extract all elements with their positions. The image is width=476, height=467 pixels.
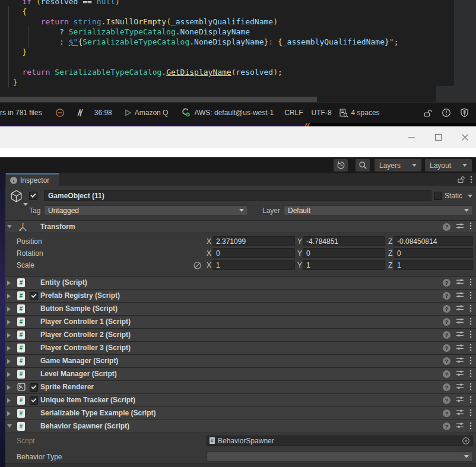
kebab-menu-icon[interactable] [469,278,472,288]
component-header[interactable]: # Unique Item Tracker (Script) ? [5,394,476,407]
help-icon[interactable]: ? [443,223,450,231]
presets-icon[interactable] [456,304,464,314]
undo-history-button[interactable] [334,159,348,171]
component-header[interactable]: Sprite Renderer ? [5,381,476,394]
close-button[interactable] [459,132,470,142]
foldout-triangle-icon[interactable] [7,346,11,351]
help-icon[interactable]: ? [443,305,450,313]
foldout-triangle-icon[interactable] [7,411,11,416]
axis-input-x[interactable]: 1 [212,260,295,270]
help-icon[interactable]: ? [443,422,450,430]
axis-input-z[interactable]: 1 [394,260,473,270]
presets-icon[interactable] [456,421,464,431]
component-header[interactable]: # Game Manager (Script) ? [5,355,476,368]
encoding-indicator[interactable]: UTF-8 [312,109,332,117]
component-header[interactable]: # Entity (Script) ? [5,276,476,290]
help-icon[interactable]: ? [443,318,450,326]
component-enabled-checkbox[interactable] [30,396,38,405]
foldout-triangle-icon[interactable] [7,307,11,312]
help-icon[interactable]: ? [443,409,450,417]
component-header[interactable]: # Player Controller 3 (Script) ? [5,342,476,355]
presets-icon[interactable] [456,382,464,392]
component-header[interactable]: # Serializable Type Example (Script) ? [5,407,476,420]
presets-icon[interactable] [456,356,464,366]
kebab-menu-icon[interactable] [469,317,472,327]
component-header[interactable]: # Prefab Registry (Script) ? [5,290,476,303]
axis-input-y[interactable]: -4.784851 [303,236,385,246]
help-icon[interactable]: ? [443,344,450,352]
kebab-menu-icon[interactable] [469,370,472,379]
axis-input-z[interactable]: -0.08450814 [394,236,473,246]
aws-connection-status[interactable]: AWS: default@us-west-1 [181,108,274,117]
script-object-field[interactable]: # BehaviorSpawner [207,436,473,446]
behavior-type-dropdown[interactable] [207,452,473,462]
kebab-menu-icon[interactable] [469,383,472,392]
foldout-triangle-icon[interactable] [7,320,11,325]
gameobject-active-checkbox[interactable] [29,192,37,200]
presets-icon[interactable] [456,343,464,353]
kebab-menu-icon[interactable] [469,331,472,340]
axis-input-z[interactable]: 0 [394,248,473,258]
kebab-menu-icon[interactable] [469,409,472,418]
warning-circle-icon[interactable] [442,108,451,117]
search-results-count[interactable]: rs in 781 files [0,109,42,117]
help-icon[interactable]: ? [443,370,450,378]
lightning-icon[interactable] [77,109,84,117]
kebab-menu-icon[interactable] [469,344,472,353]
foldout-triangle-icon[interactable] [7,385,11,390]
amazon-q-status[interactable]: Amazon Q [124,109,169,117]
axis-input-x[interactable]: 0 [212,248,295,258]
axis-input-y[interactable]: 1 [303,260,385,270]
foldout-triangle-icon[interactable] [7,359,11,364]
kebab-menu-icon[interactable] [469,396,472,405]
search-button[interactable] [356,159,370,171]
component-header[interactable]: # Button Sample (Script) ? [5,303,476,316]
help-icon[interactable]: ? [443,383,450,391]
help-icon[interactable]: ? [443,396,450,404]
kebab-menu-icon[interactable] [469,422,472,431]
kebab-menu-icon[interactable] [470,176,472,185]
presets-icon[interactable] [456,369,464,379]
component-header[interactable]: # Player Controller 2 (Script) ? [5,329,476,342]
maximize-button[interactable] [433,132,443,142]
static-checkbox[interactable] [434,192,442,200]
help-icon[interactable]: ? [443,279,450,287]
component-header[interactable]: # Level Manager (Script) ? [5,368,476,381]
layer-dropdown[interactable]: Default [284,205,473,215]
component-header[interactable]: # Player Controller 1 (Script) ? [5,316,476,329]
tab-inspector[interactable]: i Inspector [6,173,59,186]
kebab-menu-icon[interactable] [469,291,472,301]
kebab-menu-icon[interactable] [469,304,472,314]
unlocked-icon[interactable] [423,109,433,117]
minimap[interactable] [454,0,476,102]
help-icon[interactable]: ? [443,292,450,300]
transform-header[interactable]: Transform ? [5,220,476,233]
presets-icon[interactable] [456,291,464,301]
presets-icon[interactable] [456,395,464,405]
presets-icon[interactable] [456,278,464,288]
foldout-triangle-icon[interactable] [7,372,11,377]
object-picker-icon[interactable] [462,437,470,445]
shield-icon[interactable] [460,108,469,117]
component-header[interactable]: # Behavior Spawner (Script) ? [5,420,476,433]
axis-input-x[interactable]: 2.371099 [212,236,295,246]
presets-icon[interactable] [456,330,464,340]
component-enabled-checkbox[interactable] [30,292,38,300]
foldout-triangle-icon[interactable] [7,398,11,403]
cursor-position[interactable]: 36:98 [94,109,112,117]
foldout-triangle-icon[interactable] [7,294,11,298]
foldout-triangle-icon[interactable] [7,333,11,338]
presets-icon[interactable] [456,317,464,327]
icon-picker-caret[interactable] [23,203,28,206]
tag-dropdown[interactable]: Untagged [44,205,248,215]
foldout-triangle-icon[interactable] [7,225,12,228]
lock-icon[interactable] [457,176,465,185]
static-flags-caret[interactable] [468,195,472,198]
component-enabled-checkbox[interactable] [30,383,38,392]
code-editor[interactable]: if (resolved == null) { return string.Is… [0,0,476,102]
link-constrain-icon[interactable] [193,261,202,272]
layers-dropdown[interactable]: Layers [375,159,421,171]
layout-dropdown[interactable]: Layout [425,159,472,171]
do-not-disturb-icon[interactable] [55,108,65,117]
indentation-indicator[interactable]: 4 spaces [339,109,380,117]
